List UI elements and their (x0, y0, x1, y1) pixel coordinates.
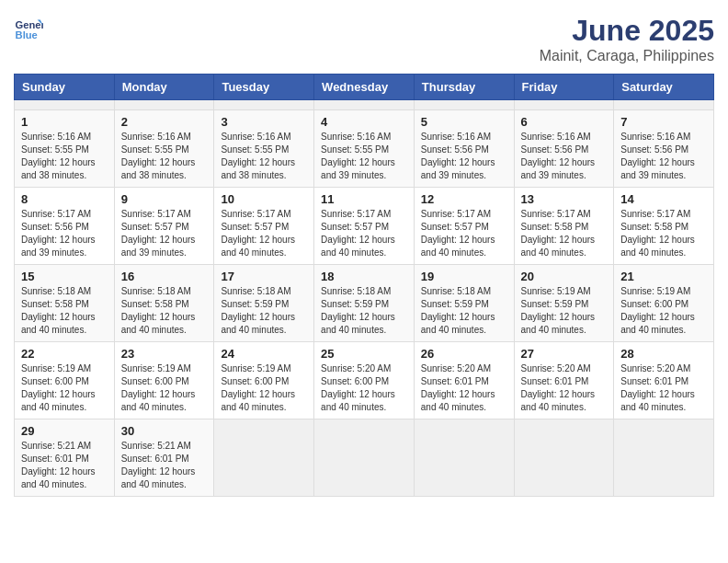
calendar-cell: 13Sunrise: 5:17 AMSunset: 5:58 PMDayligh… (514, 188, 614, 265)
cell-info: Sunrise: 5:17 AMSunset: 5:57 PMDaylight:… (321, 208, 407, 259)
calendar-cell: 29Sunrise: 5:21 AMSunset: 6:01 PMDayligh… (15, 419, 115, 497)
calendar-cell (114, 100, 214, 110)
weekday-header-row: SundayMondayTuesdayWednesdayThursdayFrid… (15, 75, 714, 100)
cell-info: Sunrise: 5:17 AMSunset: 5:58 PMDaylight:… (620, 208, 707, 259)
weekday-header: Monday (114, 75, 214, 100)
cell-info: Sunrise: 5:18 AMSunset: 5:58 PMDaylight:… (121, 285, 208, 337)
calendar-cell: 16Sunrise: 5:18 AMSunset: 5:58 PMDayligh… (114, 265, 214, 342)
calendar-week-row: 8Sunrise: 5:17 AMSunset: 5:56 PMDaylight… (15, 188, 714, 265)
cell-info: Sunrise: 5:16 AMSunset: 5:56 PMDaylight:… (421, 131, 507, 182)
calendar-cell (414, 419, 514, 497)
calendar-cell: 12Sunrise: 5:17 AMSunset: 5:57 PMDayligh… (414, 188, 514, 265)
cell-info: Sunrise: 5:16 AMSunset: 5:56 PMDaylight:… (521, 131, 608, 182)
day-number: 14 (620, 192, 707, 206)
cell-info: Sunrise: 5:16 AMSunset: 5:56 PMDaylight:… (620, 131, 707, 182)
calendar-cell: 10Sunrise: 5:17 AMSunset: 5:57 PMDayligh… (214, 188, 314, 265)
day-number: 26 (421, 347, 507, 361)
calendar-cell (214, 100, 314, 110)
cell-info: Sunrise: 5:18 AMSunset: 5:59 PMDaylight:… (221, 285, 307, 337)
calendar-cell: 17Sunrise: 5:18 AMSunset: 5:59 PMDayligh… (214, 265, 314, 342)
calendar-cell: 1Sunrise: 5:16 AMSunset: 5:55 PMDaylight… (15, 110, 115, 188)
day-number: 29 (21, 424, 108, 438)
calendar-cell: 2Sunrise: 5:16 AMSunset: 5:55 PMDaylight… (114, 110, 214, 188)
day-number: 11 (321, 192, 407, 206)
calendar-cell: 7Sunrise: 5:16 AMSunset: 5:56 PMDaylight… (614, 110, 714, 188)
calendar-cell (314, 100, 415, 110)
day-number: 12 (421, 192, 507, 206)
cell-info: Sunrise: 5:19 AMSunset: 5:59 PMDaylight:… (521, 285, 608, 337)
calendar-cell: 11Sunrise: 5:17 AMSunset: 5:57 PMDayligh… (314, 188, 415, 265)
day-number: 13 (521, 192, 608, 206)
cell-info: Sunrise: 5:19 AMSunset: 6:00 PMDaylight:… (221, 362, 307, 414)
logo: General Blue (14, 14, 43, 43)
cell-info: Sunrise: 5:20 AMSunset: 6:01 PMDaylight:… (620, 362, 707, 414)
calendar-cell: 30Sunrise: 5:21 AMSunset: 6:01 PMDayligh… (114, 419, 214, 497)
cell-info: Sunrise: 5:17 AMSunset: 5:56 PMDaylight:… (21, 208, 108, 259)
calendar-cell: 5Sunrise: 5:16 AMSunset: 5:56 PMDaylight… (414, 110, 514, 188)
calendar-cell: 28Sunrise: 5:20 AMSunset: 6:01 PMDayligh… (614, 342, 714, 419)
cell-info: Sunrise: 5:18 AMSunset: 5:58 PMDaylight:… (21, 285, 108, 337)
calendar-week-row: 29Sunrise: 5:21 AMSunset: 6:01 PMDayligh… (15, 419, 714, 497)
cell-info: Sunrise: 5:17 AMSunset: 5:57 PMDaylight:… (121, 208, 208, 259)
cell-info: Sunrise: 5:20 AMSunset: 6:01 PMDaylight:… (521, 362, 608, 414)
calendar-cell: 6Sunrise: 5:16 AMSunset: 5:56 PMDaylight… (514, 110, 614, 188)
day-number: 6 (521, 115, 608, 129)
cell-info: Sunrise: 5:19 AMSunset: 6:00 PMDaylight:… (620, 285, 707, 337)
day-number: 22 (21, 347, 108, 361)
calendar-cell (15, 100, 115, 110)
day-number: 9 (121, 192, 208, 206)
calendar-cell: 15Sunrise: 5:18 AMSunset: 5:58 PMDayligh… (15, 265, 115, 342)
calendar-cell (214, 419, 314, 497)
cell-info: Sunrise: 5:17 AMSunset: 5:57 PMDaylight:… (421, 208, 507, 259)
cell-info: Sunrise: 5:16 AMSunset: 5:55 PMDaylight:… (121, 131, 208, 182)
calendar-week-row: 15Sunrise: 5:18 AMSunset: 5:58 PMDayligh… (15, 265, 714, 342)
calendar-title: June 2025 (540, 14, 714, 48)
calendar-cell (514, 419, 614, 497)
day-number: 3 (221, 115, 307, 129)
day-number: 7 (620, 115, 707, 129)
calendar-cell: 21Sunrise: 5:19 AMSunset: 6:00 PMDayligh… (614, 265, 714, 342)
day-number: 19 (421, 270, 507, 283)
day-number: 8 (21, 192, 108, 206)
cell-info: Sunrise: 5:17 AMSunset: 5:57 PMDaylight:… (221, 208, 307, 259)
calendar-cell: 4Sunrise: 5:16 AMSunset: 5:55 PMDaylight… (314, 110, 415, 188)
day-number: 30 (121, 424, 208, 438)
calendar-week-row: 22Sunrise: 5:19 AMSunset: 6:00 PMDayligh… (15, 342, 714, 419)
calendar-cell: 3Sunrise: 5:16 AMSunset: 5:55 PMDaylight… (214, 110, 314, 188)
cell-info: Sunrise: 5:19 AMSunset: 6:00 PMDaylight:… (121, 362, 208, 414)
cell-info: Sunrise: 5:17 AMSunset: 5:58 PMDaylight:… (521, 208, 608, 259)
day-number: 17 (221, 270, 307, 283)
calendar-cell (414, 100, 514, 110)
cell-info: Sunrise: 5:18 AMSunset: 5:59 PMDaylight:… (321, 285, 407, 337)
calendar-table: SundayMondayTuesdayWednesdayThursdayFrid… (14, 74, 714, 497)
calendar-cell (614, 100, 714, 110)
day-number: 4 (321, 115, 407, 129)
svg-text:Blue: Blue (16, 29, 38, 40)
cell-info: Sunrise: 5:16 AMSunset: 5:55 PMDaylight:… (21, 131, 108, 182)
calendar-cell (314, 419, 415, 497)
calendar-subtitle: Mainit, Caraga, Philippines (540, 48, 714, 64)
day-number: 28 (620, 347, 707, 361)
calendar-cell: 27Sunrise: 5:20 AMSunset: 6:01 PMDayligh… (514, 342, 614, 419)
logo-icon: General Blue (14, 14, 43, 43)
cell-info: Sunrise: 5:20 AMSunset: 6:01 PMDaylight:… (421, 362, 507, 414)
weekday-header: Tuesday (214, 75, 314, 100)
calendar-week-row (15, 100, 714, 110)
weekday-header: Thursday (414, 75, 514, 100)
day-number: 18 (321, 270, 407, 283)
calendar-cell: 18Sunrise: 5:18 AMSunset: 5:59 PMDayligh… (314, 265, 415, 342)
calendar-cell: 8Sunrise: 5:17 AMSunset: 5:56 PMDaylight… (15, 188, 115, 265)
calendar-cell: 24Sunrise: 5:19 AMSunset: 6:00 PMDayligh… (214, 342, 314, 419)
cell-info: Sunrise: 5:18 AMSunset: 5:59 PMDaylight:… (421, 285, 507, 337)
day-number: 27 (521, 347, 608, 361)
weekday-header: Wednesday (314, 75, 415, 100)
day-number: 2 (121, 115, 208, 129)
weekday-header: Sunday (15, 75, 115, 100)
cell-info: Sunrise: 5:16 AMSunset: 5:55 PMDaylight:… (321, 131, 407, 182)
calendar-cell (514, 100, 614, 110)
title-area: June 2025 Mainit, Caraga, Philippines (540, 14, 714, 64)
calendar-cell: 20Sunrise: 5:19 AMSunset: 5:59 PMDayligh… (514, 265, 614, 342)
weekday-header: Saturday (614, 75, 714, 100)
day-number: 1 (21, 115, 108, 129)
day-number: 23 (121, 347, 208, 361)
